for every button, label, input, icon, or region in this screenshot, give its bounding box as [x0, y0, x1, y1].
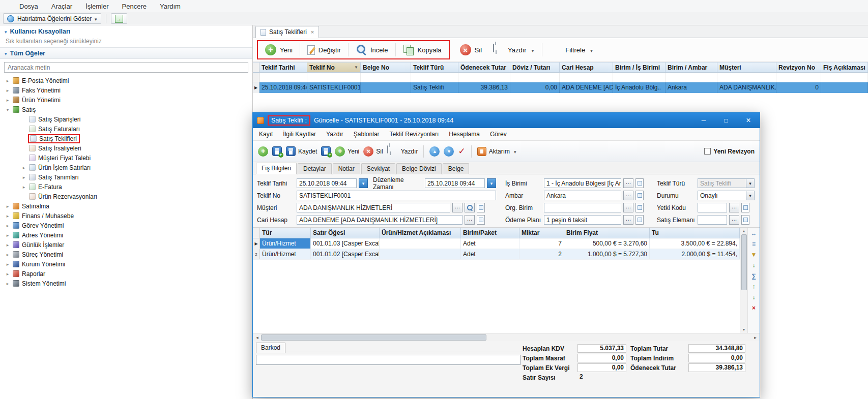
- menu-ilgili-kayitlar[interactable]: İlgili Kayıtlar: [283, 131, 316, 138]
- ellipsis-lookup-icon[interactable]: [623, 215, 633, 225]
- column-header-birim-fiyat[interactable]: Birim Fiyat: [564, 228, 650, 238]
- odeme-plani-field[interactable]: 1 peşin 6 taksit: [544, 215, 621, 225]
- incele-button[interactable]: İncele: [351, 42, 393, 57]
- menu-dosya[interactable]: Dosya: [19, 3, 38, 10]
- column-header-teklif-turu[interactable]: Teklif Türü: [411, 63, 458, 72]
- checkbox-unchecked[interactable]: [704, 148, 711, 155]
- cell-birim-fiyat[interactable]: 1.000,00 $ = 5.727,30: [564, 249, 650, 259]
- sidebar-item-sistem-yonetimi[interactable]: ▸ Sistem Yönetimi: [0, 279, 252, 288]
- line-item-row-selected[interactable]: ▶ Ürün/Hizmet 001.01.03 [Casper Excalibu…: [253, 238, 740, 249]
- sidebar-item-urun-rezervasyonlari[interactable]: Ürün Rezervasyonları: [0, 192, 252, 201]
- menu-islemler[interactable]: İşlemler: [85, 3, 109, 10]
- scroll-up-icon[interactable]: ▴: [743, 229, 745, 233]
- column-header-teklif-tarihi[interactable]: Teklif Tarihi: [259, 63, 307, 72]
- expander-icon[interactable]: ▸: [21, 185, 26, 190]
- export-icon[interactable]: ↓: [753, 262, 756, 268]
- sidebar-item-eposta-yonetimi[interactable]: ▸ E-Posta Yönetimi: [0, 76, 252, 85]
- save-and-close-icon[interactable]: [272, 146, 282, 156]
- degistir-button[interactable]: Değiştir: [303, 43, 345, 57]
- line-item-row[interactable]: 2 Ürün/Hizmet 001.01.02 [Casper Excalibu…: [253, 249, 740, 260]
- sil-button[interactable]: Sil: [363, 146, 383, 157]
- teklif-tarihi-field[interactable]: [297, 178, 357, 188]
- sidebar-item-satis-teklifleri[interactable]: Satış Teklifleri: [0, 134, 252, 143]
- menu-teklif-revizyonlari[interactable]: Teklif Revizyonları: [390, 131, 439, 138]
- cell-satir-ogesi[interactable]: 001.01.02 [Casper Excalibur ...: [311, 249, 380, 259]
- column-header-teklif-no[interactable]: Teklif No▼: [307, 63, 361, 72]
- filter-cell[interactable]: [458, 73, 510, 82]
- vertical-scrollbar[interactable]: ▴ ▾: [740, 228, 747, 333]
- column-header-revizyon-no[interactable]: Revizyon No: [776, 63, 821, 72]
- column-header-tutar[interactable]: Tu: [650, 228, 740, 238]
- menu-hesaplama[interactable]: Hesaplama: [449, 131, 480, 138]
- expander-icon[interactable]: ▸: [5, 271, 10, 277]
- sidebar-item-satis[interactable]: ▾ Satış: [0, 105, 252, 114]
- previous-record-icon[interactable]: [429, 146, 440, 157]
- expander-icon[interactable]: ▸: [5, 262, 10, 267]
- expander-icon[interactable]: ▸: [5, 204, 10, 209]
- open-record-icon[interactable]: [635, 215, 644, 225]
- menu-sablonlar[interactable]: Şablonlar: [354, 131, 380, 138]
- cell-miktar[interactable]: 7: [519, 238, 564, 249]
- filter-cell[interactable]: [307, 73, 361, 82]
- cell-birim-paket[interactable]: Adet: [461, 238, 519, 249]
- cell-tur[interactable]: Ürün/Hizmet: [260, 238, 311, 249]
- yetki-kodu-field[interactable]: [698, 203, 727, 212]
- dialog-title-bar[interactable]: Satış Teklifi : Güncelle - SATISTEKLIF00…: [253, 113, 760, 128]
- column-header-tur[interactable]: Tür: [260, 228, 311, 238]
- sidebar-item-faks-yonetimi[interactable]: ▸ Faks Yönetimi: [0, 85, 252, 95]
- column-header-urun-hizmet-aciklamasi[interactable]: Ürün/Hizmet Açıklaması: [380, 228, 461, 238]
- open-record-icon[interactable]: [635, 191, 644, 200]
- yeni-button[interactable]: Yeni: [335, 146, 359, 157]
- ellipsis-lookup-icon[interactable]: [729, 203, 739, 212]
- yazdir-button[interactable]: Yazdır: [488, 42, 538, 57]
- satis-elemani-field[interactable]: [698, 215, 727, 225]
- sidebar-item-gorev-yonetimi[interactable]: ▸ Görev Yönetimi: [0, 221, 252, 230]
- sidebar-item-gunluk-islemler[interactable]: ▸ Günlük İşlemler: [0, 240, 252, 250]
- column-header-odenecek-tutar[interactable]: Ödenecek Tutar: [458, 63, 510, 72]
- cell-tur[interactable]: Ürün/Hizmet: [260, 249, 311, 259]
- expander-icon[interactable]: ▸: [21, 165, 26, 170]
- sidebar-item-finans-muhasebe[interactable]: ▸ Finans / Muhasebe: [0, 211, 252, 221]
- barkod-input[interactable]: [256, 355, 520, 365]
- expander-icon[interactable]: ▸: [5, 233, 10, 238]
- menu-araclar[interactable]: Araçlar: [51, 3, 72, 10]
- move-up-icon[interactable]: ↑: [753, 284, 756, 290]
- cari-hesap-field[interactable]: [297, 215, 462, 225]
- chevron-down-icon[interactable]: [746, 191, 755, 200]
- cell-satir-ogesi[interactable]: 001.01.03 [Casper Excalibur ...: [311, 238, 380, 249]
- cell-aciklama[interactable]: [380, 249, 461, 259]
- ellipsis-lookup-icon[interactable]: [452, 203, 462, 212]
- approve-check-icon[interactable]: [458, 146, 465, 157]
- aktarim-button[interactable]: Aktarım: [477, 147, 516, 156]
- maximize-button[interactable]: □: [715, 113, 737, 128]
- sidebar-item-satis-faturalari[interactable]: Satış Faturaları: [0, 124, 252, 134]
- collapse-icon[interactable]: [5, 28, 7, 35]
- filter-cell[interactable]: [613, 73, 666, 82]
- expander-icon[interactable]: ▸: [5, 242, 10, 248]
- tab-satis-teklifleri[interactable]: Satış Teklifleri ×: [255, 26, 319, 38]
- open-record-icon[interactable]: [741, 203, 749, 212]
- filter-icon[interactable]: ▼: [751, 252, 757, 258]
- scroll-right-icon[interactable]: ▸: [751, 335, 759, 340]
- open-record-icon[interactable]: [741, 215, 749, 225]
- tab-close-icon[interactable]: ×: [311, 29, 314, 35]
- open-record-icon[interactable]: [477, 203, 485, 212]
- sidebar-item-surec-yonetimi[interactable]: ▸ Süreç Yönetimi: [0, 250, 252, 259]
- sidebar-item-satis-tanimlari[interactable]: ▸ Satış Tanımları: [0, 172, 252, 182]
- user-shortcuts-header[interactable]: Kullanıcı Kısayolları: [0, 25, 252, 37]
- tab-sevkiyat[interactable]: Sevkiyat: [361, 163, 395, 174]
- date-dropdown-icon[interactable]: [359, 178, 368, 188]
- sidebar-item-raporlar[interactable]: ▸ Raporlar: [0, 269, 252, 279]
- column-header-doviz-tutari[interactable]: Döviz / Tutarı: [510, 63, 560, 72]
- cell-aciklama[interactable]: [380, 238, 461, 249]
- kopyala-button[interactable]: Kopyala: [398, 42, 446, 57]
- column-header-belge-no[interactable]: Belge No: [361, 63, 411, 72]
- musteri-field[interactable]: [297, 203, 450, 212]
- ellipsis-lookup-icon[interactable]: [465, 215, 475, 225]
- expander-icon[interactable]: ▾: [5, 107, 10, 112]
- cell-miktar[interactable]: 2: [519, 249, 564, 259]
- tab-detaylar[interactable]: Detaylar: [298, 163, 332, 174]
- chevron-down-icon[interactable]: [589, 46, 593, 54]
- expander-icon[interactable]: ▸: [5, 223, 10, 228]
- sidebar-item-urun-islem-satirlari[interactable]: ▸ Ürün İşlem Satırları: [0, 163, 252, 172]
